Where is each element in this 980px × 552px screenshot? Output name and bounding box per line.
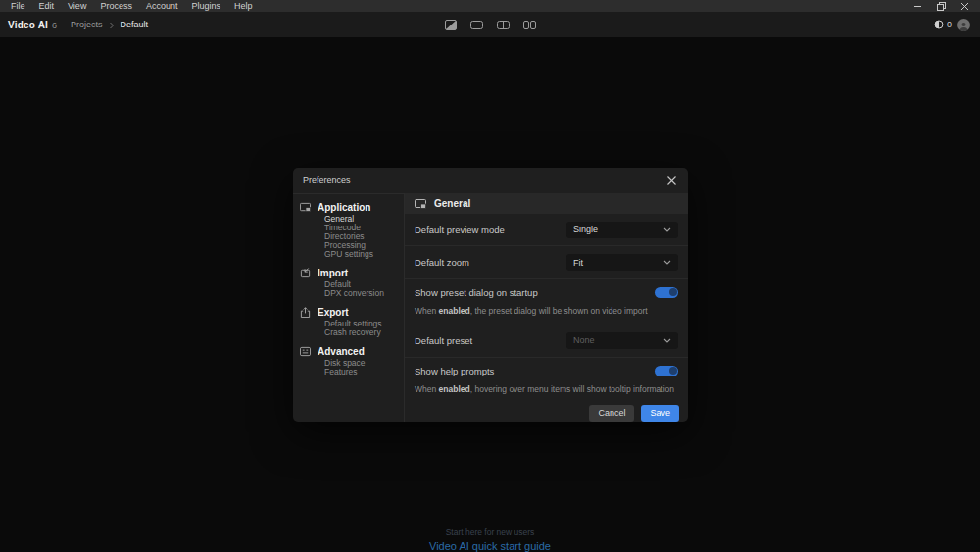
menu-plugins[interactable]: Plugins xyxy=(184,0,227,12)
dialog-title: Preferences xyxy=(303,176,351,185)
help-prompts-toggle[interactable] xyxy=(655,366,678,376)
sidebar-label-advanced: Advanced xyxy=(318,346,365,357)
close-icon[interactable] xyxy=(953,0,976,12)
single-view-icon[interactable] xyxy=(470,19,483,31)
sidebar-head-import[interactable]: Import xyxy=(300,268,404,278)
preset-dialog-helper: When enabled, the preset dialog will be … xyxy=(405,306,688,325)
preset-dialog-label: Show preset dialog on startup xyxy=(415,287,538,298)
menu-edit[interactable]: Edit xyxy=(32,0,62,12)
app-title: Video AI 6 xyxy=(0,20,65,30)
restore-icon[interactable] xyxy=(929,0,953,12)
minimize-icon[interactable] xyxy=(906,0,929,12)
zoom-row: Default zoom Fit xyxy=(405,246,688,278)
sidebar-label-import: Import xyxy=(318,268,348,278)
sidebar-section-advanced: Advanced Disk space Features xyxy=(300,346,404,376)
credits-indicator[interactable]: 0 xyxy=(934,20,952,29)
preview-mode-row: Default preview mode Single xyxy=(405,214,688,246)
app-version: 6 xyxy=(52,21,57,30)
menu-account[interactable]: Account xyxy=(139,0,185,12)
panel-header: General xyxy=(405,193,688,214)
app-window-icon xyxy=(300,202,311,213)
menu-bar: File Edit View Process Account Plugins H… xyxy=(0,0,980,12)
sidebar-item-crash-recovery[interactable]: Crash recovery xyxy=(324,328,404,337)
sidebar-section-application: Application General Timecode Directories… xyxy=(300,202,404,259)
chevron-right-icon xyxy=(109,16,115,33)
chevron-down-icon xyxy=(663,227,671,232)
preview-mode-value: Single xyxy=(573,225,598,234)
dialog-titlebar: Preferences xyxy=(293,168,688,193)
credit-icon xyxy=(934,20,944,29)
chevron-down-icon xyxy=(663,338,671,343)
quick-start-guide-link[interactable]: Video AI quick start guide xyxy=(0,540,980,552)
zoom-label: Default zoom xyxy=(415,257,469,268)
sidebar-item-dpx-conversion[interactable]: DPX conversion xyxy=(324,289,404,298)
advanced-icon xyxy=(300,346,311,357)
zoom-value: Fit xyxy=(573,258,583,268)
help-prompts-helper: When enabled, hovering over menu items w… xyxy=(405,384,688,403)
dialog-close-icon[interactable] xyxy=(664,174,678,187)
preview-mode-label: Default preview mode xyxy=(415,225,505,235)
help-prompts-label: Show help prompts xyxy=(415,366,494,376)
toolbar: Video AI 6 Projects Default xyxy=(0,12,980,37)
preview-mode-dropdown[interactable]: Single xyxy=(566,222,678,238)
split-view-icon[interactable] xyxy=(497,19,510,31)
app-window-icon xyxy=(415,198,426,210)
menu-file[interactable]: File xyxy=(4,0,32,12)
import-icon xyxy=(300,268,311,278)
sidebar-label-export: Export xyxy=(318,307,349,318)
menu-help[interactable]: Help xyxy=(227,0,260,12)
preset-dialog-toggle[interactable] xyxy=(655,287,678,298)
default-preset-row: Default preset None xyxy=(405,325,688,357)
side-by-side-icon[interactable] xyxy=(523,19,536,31)
view-mode-group xyxy=(444,12,536,37)
chevron-down-icon xyxy=(663,260,671,265)
menu-view[interactable]: View xyxy=(61,0,93,12)
default-preset-dropdown[interactable]: None xyxy=(566,332,678,349)
preferences-panel: General Default preview mode Single Defa… xyxy=(405,193,688,422)
new-user-hint: Start here for new users xyxy=(0,527,980,537)
sidebar-section-import: Import Default DPX conversion xyxy=(300,268,404,298)
zoom-dropdown[interactable]: Fit xyxy=(566,254,678,271)
toggle-knob xyxy=(669,367,677,375)
default-preset-label: Default preset xyxy=(415,335,472,346)
sidebar-item-gpu-settings[interactable]: GPU settings xyxy=(324,250,404,259)
comparison-icon[interactable] xyxy=(444,19,457,31)
sidebar-section-export: Export Default settings Crash recovery xyxy=(300,307,404,337)
preferences-sidebar: Application General Timecode Directories… xyxy=(293,193,405,422)
cancel-button[interactable]: Cancel xyxy=(589,405,634,422)
sidebar-label-application: Application xyxy=(318,202,370,213)
sidebar-head-advanced[interactable]: Advanced xyxy=(300,346,404,357)
panel-title: General xyxy=(434,198,470,209)
preferences-dialog: Preferences Application General xyxy=(293,168,688,422)
breadcrumb-default: Default xyxy=(121,20,149,29)
sidebar-item-features[interactable]: Features xyxy=(324,368,404,376)
sidebar-head-application[interactable]: Application xyxy=(300,202,404,213)
save-button[interactable]: Save xyxy=(641,405,679,422)
toggle-knob xyxy=(669,288,677,296)
user-avatar[interactable] xyxy=(957,19,970,31)
help-prompts-row: Show help prompts xyxy=(405,358,688,384)
credit-count: 0 xyxy=(947,20,952,29)
window-controls xyxy=(906,0,976,12)
export-icon xyxy=(300,307,311,318)
app-window: File Edit View Process Account Plugins H… xyxy=(0,0,980,552)
sidebar-head-export[interactable]: Export xyxy=(300,307,404,318)
preset-dialog-row: Show preset dialog on startup xyxy=(405,279,688,306)
menu-process[interactable]: Process xyxy=(93,0,139,12)
breadcrumb: Projects Default xyxy=(71,16,148,33)
toolbar-right: 0 xyxy=(934,19,980,31)
breadcrumb-projects[interactable]: Projects xyxy=(71,20,103,29)
app-name: Video AI xyxy=(8,20,48,30)
dialog-footer: Cancel Save xyxy=(405,403,688,422)
default-preset-value: None xyxy=(573,335,595,345)
